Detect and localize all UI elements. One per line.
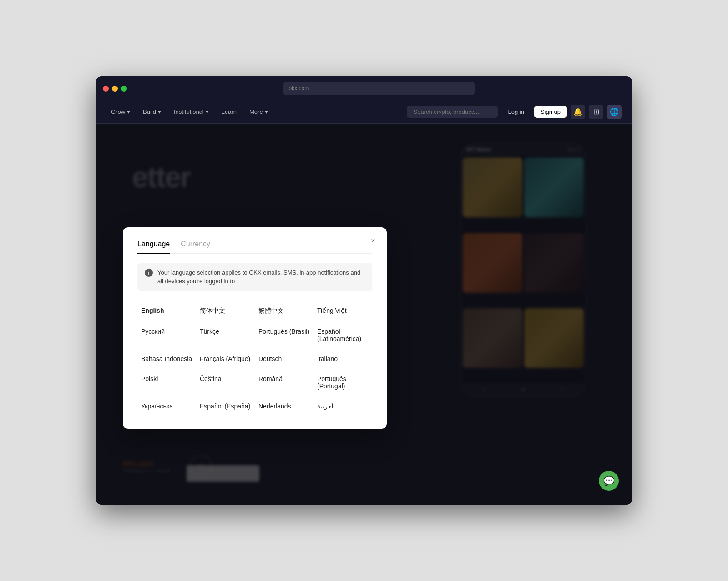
traffic-light-green[interactable] [121,86,127,92]
lang-item-german[interactable]: Deutsch [255,349,313,369]
lang-item-romanian[interactable]: Română [255,369,313,396]
lang-item-english[interactable]: English [137,301,196,321]
globe-icon[interactable]: 🌐 [607,105,622,119]
tab-currency[interactable]: Currency [181,240,210,254]
login-button[interactable]: Log in [501,106,530,118]
nav-item-grow[interactable]: Grow ▾ [106,106,135,118]
notification-icon[interactable]: 🔔 [571,105,585,119]
signup-button[interactable]: Sign up [534,106,567,118]
traffic-light-yellow[interactable] [112,86,118,92]
lang-item-ukrainian[interactable]: Українська [137,396,196,416]
title-bar: okx.com [96,76,632,100]
nav-bar: Grow ▾ Build ▾ Institutional ▾ Learn Mor… [96,100,632,124]
lang-item-arabic[interactable]: العربية [313,396,372,416]
lang-item-turkish[interactable]: Türkçe [196,321,255,349]
lang-item-french-africa[interactable]: Français (Afrique) [196,349,255,369]
chevron-down-icon: ▾ [158,108,161,115]
lang-item-polish[interactable]: Polski [137,369,196,396]
lang-item-russian[interactable]: Русский [137,321,196,349]
modal-backdrop: × Language Currency i Your language sele… [96,124,632,505]
traffic-light-red[interactable] [103,86,109,92]
lang-item-italian[interactable]: Italiano [313,349,372,369]
chat-bubble[interactable]: 💬 [599,471,619,491]
address-text: okx.com [289,85,309,92]
nav-item-more[interactable]: More ▾ [245,106,273,118]
lang-item-traditional-chinese[interactable]: 繁體中文 [255,301,313,321]
language-currency-modal: × Language Currency i Your language sele… [123,227,387,429]
lang-item-portuguese-portugal[interactable]: Português (Portugal) [313,369,372,396]
info-text: Your language selection applies to OKX e… [157,268,365,286]
lang-item-vietnamese[interactable]: Tiếng Việt [313,301,372,321]
chevron-down-icon: ▾ [206,108,209,115]
nav-item-build[interactable]: Build ▾ [138,106,166,118]
address-bar[interactable]: okx.com [283,82,475,95]
info-box: i Your language selection applies to OKX… [137,263,372,291]
language-grid: English 简体中文 繁體中文 Tiếng Việt Русский Tür… [137,301,372,416]
lang-item-dutch[interactable]: Nederlands [255,396,313,416]
lang-item-czech[interactable]: Čeština [196,369,255,396]
nav-item-learn[interactable]: Learn [217,106,241,118]
modal-tabs: Language Currency [137,240,372,254]
modal-close-button[interactable]: × [367,234,379,247]
main-content: etter NFT Market ⊞ ⊙ ≡ [96,124,632,505]
lang-item-bahasa[interactable]: Bahasa Indonesia [137,349,196,369]
browser-window: okx.com Grow ▾ Build ▾ Institutional ▾ L… [96,76,632,505]
lang-item-spanish-latam[interactable]: Español (Latinoamérica) [313,321,372,349]
lang-item-portuguese-brazil[interactable]: Português (Brasil) [255,321,313,349]
chevron-down-icon: ▾ [127,108,130,115]
traffic-lights [103,86,127,92]
lang-item-spanish-spain[interactable]: Español (España) [196,396,255,416]
info-icon: i [145,269,153,277]
tab-language[interactable]: Language [137,240,170,254]
grid-icon[interactable]: ⊞ [589,105,603,119]
chevron-down-icon: ▾ [265,108,268,115]
lang-item-simplified-chinese[interactable]: 简体中文 [196,301,255,321]
search-input[interactable] [407,106,498,118]
nav-item-institutional[interactable]: Institutional ▾ [169,106,213,118]
